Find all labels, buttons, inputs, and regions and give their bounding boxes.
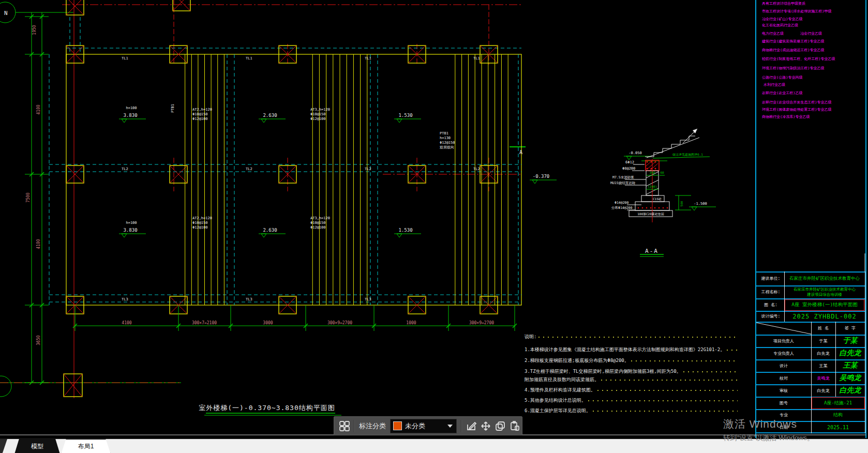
cad-text: TL1: [473, 56, 480, 61]
cad-text: h=130: [440, 136, 451, 140]
layout-tab-bar: 模型 布局1: [0, 438, 868, 453]
drawing-name: A座 室外楼梯(一)结构平面图: [784, 298, 865, 311]
cad-text: 7500: [26, 192, 31, 202]
cad-text: 做法详见建施图详0.1: [672, 153, 703, 157]
field-label: 图 名:: [757, 298, 784, 311]
qualification-line: 冶金行业乙级: [800, 32, 822, 36]
cad-text: M7.5水泥砂浆: [612, 175, 634, 179]
role-cell: 项目负责人: [756, 335, 811, 347]
cad-text: 1000: [406, 321, 416, 325]
edit-icon[interactable]: [464, 419, 478, 433]
cad-text: TL3: [122, 297, 128, 301]
note-line: 6.混凝土保护层等详见总说明。: [525, 408, 739, 413]
name-cell: 白先龙: [811, 347, 835, 359]
cad-application-window: 4100300×7=21003000300×9=27001000300×9=27…: [0, 0, 868, 453]
field-label: 工程名称:: [757, 285, 784, 298]
cad-text: Φ10@150: [310, 221, 326, 225]
note-line: 4.预埋件及栏杆构造详见建筑图。: [525, 387, 739, 392]
role-cell: 设计: [756, 359, 811, 372]
field-label: 建设单位:: [757, 271, 784, 285]
qualification-line: 电力行业乙级: [762, 32, 784, 36]
note-line: 5.其他参见结构设计总说明。: [525, 398, 739, 403]
qualification-line: 水利行业乙级: [764, 83, 785, 87]
name-cell: 于某: [811, 335, 835, 347]
cad-text: h=100: [126, 221, 137, 225]
cad-text: 360: [650, 171, 655, 174]
name-header: 姓 名: [811, 322, 835, 335]
cad-text: 60: [660, 171, 664, 174]
cad-text: Φ12@150: [440, 141, 455, 145]
cad-text: Φ12@100: [192, 225, 208, 230]
plan-title-underline: [204, 413, 341, 415]
grid-lines: [0, 2, 526, 397]
qualification-line: 冶金行业(矿山)专业乙级: [762, 17, 802, 21]
cad-text: 500: [680, 201, 683, 206]
category-dropdown[interactable]: 未分类: [390, 419, 457, 433]
name-cell: 吴鸣龙: [811, 372, 835, 384]
sheet-number-highlight: [812, 397, 865, 409]
cad-text: 4100: [122, 321, 131, 325]
beam-lines: [49, 17, 521, 305]
cad-text: Φ10@150: [192, 112, 208, 116]
design-number: 2025 ZYHBDL-002: [784, 311, 865, 322]
cad-text: 2.630: [263, 113, 277, 118]
cad-text: A-A: [645, 248, 659, 254]
category-dropdown-value: 未分类: [405, 421, 425, 431]
note-line: 3.TZ生根于梯层梁时、TL交梯层梁时,梯层梁内侧附加箍筋3根,间距为50。: [525, 369, 739, 374]
category-label: 标注分类: [359, 421, 386, 431]
cad-text: C15砼: [653, 197, 662, 201]
cad-text: TL2: [473, 167, 480, 171]
paste-icon[interactable]: [507, 419, 522, 433]
cad-text: 1950: [32, 25, 37, 35]
cad-text: Φ14@200: [615, 201, 628, 205]
cad-text: 双层双向: [440, 145, 454, 149]
qualification-line: 农林行业(农业工程)乙级: [762, 91, 802, 95]
title-block: 建设单位: 石家庄市井陉矿区职业技术教育中心 工程名称: 石家庄市井陉矿区职业技…: [756, 271, 865, 433]
cad-text: 4100: [36, 239, 41, 249]
note-line: 说明:: [525, 334, 739, 339]
annotation-toolbar: 标注分类 未分类: [334, 416, 522, 435]
signature-cell: 王某: [835, 359, 865, 372]
tab-layout1[interactable]: 布局1: [61, 439, 111, 453]
name-cell: 白先龙: [811, 384, 835, 397]
centerlines: [0, 0, 521, 398]
cad-text: TL1: [365, 56, 371, 61]
plan-outline: [66, 54, 521, 305]
client-name: 石家庄市井陉矿区职业技术教育中心: [784, 271, 865, 285]
qualification-line: 环境工程(固体废物处理处置工程)专业乙级: [762, 108, 831, 112]
cad-text: 1.530: [398, 228, 412, 233]
cad-text: 100厚C20素砼垫层: [637, 212, 664, 216]
note-line: 2.梯段板支座钢筋拉通;板底板分布筋为Φ8@200。: [525, 358, 739, 363]
cad-text: TL3: [246, 297, 252, 301]
role-cell: 校对: [756, 372, 811, 384]
cad-text: 3.830: [123, 228, 137, 233]
cad-text: 300×9=2700: [469, 321, 494, 325]
signature-cell: 白先龙: [835, 347, 865, 359]
cad-text: A: [519, 149, 522, 155]
cad-text: 室外楼梯(一)-0.370~3.830结构平面图: [199, 404, 335, 412]
qualification-line: 环境工程(物理污染防治工程)专业乙级: [762, 66, 824, 70]
qualification-line: 具有工程设计综合甲级资质: [762, 2, 805, 6]
cad-text: TL2: [122, 167, 128, 171]
cad-text: TL2: [365, 167, 371, 171]
copy-icon[interactable]: [493, 419, 507, 433]
tabbar-notch: [0, 439, 7, 453]
cad-text: AT3,h=120: [310, 108, 330, 112]
cad-text: 300×7=2100: [192, 321, 217, 325]
grid-icon[interactable]: [337, 419, 352, 433]
cad-text: -1.500: [694, 202, 707, 206]
cad-text: 3000: [263, 321, 273, 325]
signature-cell: 白先龙: [835, 384, 865, 397]
signature-cell: 于某: [835, 335, 865, 347]
cad-text: PTB1: [440, 131, 448, 135]
diagonal-cell: [756, 322, 811, 335]
qualification-line: 轻纺行业(制浆造纸工程、化纤工程)专业乙级: [762, 57, 835, 61]
move-icon[interactable]: [478, 419, 493, 433]
cad-text: TL1: [246, 56, 252, 61]
bottom-label-cell: 图号: [756, 397, 811, 409]
cad-text: Φ12@100: [310, 225, 326, 230]
tab-model[interactable]: 模型: [14, 439, 60, 453]
cad-text: Φ8@200: [622, 167, 635, 171]
cad-text: TL1: [122, 56, 128, 61]
cad-text: AT3,h=120: [310, 216, 330, 220]
